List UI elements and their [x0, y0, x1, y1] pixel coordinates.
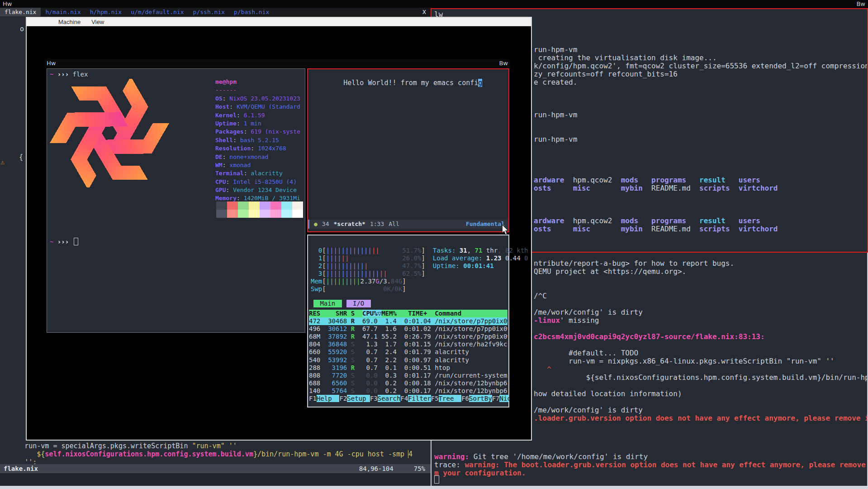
vm-emacs-scratch[interactable]: Hello World!! from my emacs config ● 34 …: [307, 68, 509, 232]
text-line: Kernel: 6.1.59: [215, 111, 300, 120]
htop-tab-io[interactable]: I/O: [346, 300, 371, 307]
text-line: [534, 398, 868, 406]
tab-h-hpm-nix[interactable]: h/hpm.nix: [85, 8, 126, 16]
modeline-number: 34: [322, 220, 329, 229]
text-line: [534, 325, 868, 333]
text-line: [534, 103, 868, 111]
text-line: /^C: [534, 292, 868, 300]
text-line: CPU: Intel i5-8250U (4): [215, 178, 300, 186]
text-line: /me/work/config' is dirty: [534, 308, 868, 316]
host-battery-clock: BwCg w2w: [856, 0, 865, 8]
qemu-menubar: Machine View: [27, 18, 531, 26]
text-line: m your configuration.: [434, 469, 868, 477]
vm-htop-window[interactable]: 0[|||||||||||||| 51.7%] Tasks: 31, 71 th…: [307, 235, 509, 408]
text-line: QEMU project at <https://qemu.org>.: [534, 268, 868, 276]
shell-prompt: ~ ››› flex: [50, 71, 88, 78]
text-line: 68M 37892 R 47.1 55.2 0:26.79 /nix/store…: [309, 333, 508, 340]
text-line: run-hpm-vm: [534, 46, 868, 54]
tab-h-main-nix[interactable]: h/main.nix: [41, 8, 85, 16]
vm-terminal-neofetch[interactable]: ~ ››› flex: [47, 68, 305, 333]
text-line: WM: xmonad: [215, 161, 300, 169]
text-line: Terminal: alacritty: [215, 169, 300, 177]
text-line: -linux' missing: [534, 316, 868, 325]
text-line: ntribute/report-a-bug> for how to report…: [534, 259, 868, 268]
scroll-indicator: All: [389, 220, 399, 229]
palette-swatch: [270, 210, 281, 218]
palette-row: [216, 201, 303, 210]
text-line: ${self.nixosConfigurations.hpm.config.sy…: [0, 450, 413, 458]
host-status-bar: Hw0g|w0g BwCg w2w: [0, 0, 868, 8]
text-line: run-vm = nixpkgs.x86_64-linux.pkgs.write…: [534, 357, 868, 365]
text-line: F1Help F2Setup F3SearchF4FilterF5Tree F6…: [309, 395, 509, 403]
text-line: Mem[|||||||||2.37G/3.84G]: [311, 278, 528, 285]
text-line: how detailed location information): [534, 390, 868, 398]
stray-glyph-brace: {: [19, 153, 23, 161]
text-line: .loader.grub.version option does not hav…: [534, 414, 868, 422]
text-line: 688 6560 S 0.0 0.2 0:00.18 /nix/store/12…: [309, 379, 508, 387]
tab-p-bash-nix[interactable]: p/bash.nix: [229, 8, 274, 16]
emacs-modeline: ● 34 *scratch* 1:33 All Fundamental: [308, 220, 508, 229]
text-line: Host: KVM/QEMU (Standard: [215, 103, 300, 111]
terminal-output-tail: warning: Git tree '/home/me/work/config'…: [434, 453, 868, 477]
buffer-name: *scratch*: [333, 220, 365, 229]
buffer-name: flake.nix: [4, 464, 38, 473]
text-line: 2[||||||||||| 47.7%] Uptime: 00:01:41: [311, 262, 528, 270]
text-line: c2bcsm4xmj0vd0capi9q2yc0yzl87-source/fla…: [534, 333, 868, 341]
text-line: Bw: [499, 59, 508, 67]
emacs-cursor: g: [478, 79, 482, 87]
tab-flake-nix[interactable]: flake.nix: [0, 8, 41, 16]
qemu-vm-window[interactable]: Machine View Hw0g|w0g BwCg w2w ~ ››› fle…: [26, 17, 532, 441]
menu-view[interactable]: View: [91, 19, 104, 25]
text-line: [534, 168, 868, 176]
htop-function-keys[interactable]: F1Help F2Setup F3SearchF4FilterF5Tree F6…: [309, 395, 509, 403]
text-line: [534, 341, 868, 349]
menu-machine[interactable]: Machine: [58, 19, 81, 25]
tab-p-ssh-nix[interactable]: p/ssh.nix: [189, 8, 229, 16]
htop-process-table[interactable]: RES SHR S CPU%▽MEM% TIME+ Command472 304…: [309, 310, 508, 395]
palette-swatch: [238, 210, 249, 218]
palette-swatch: [260, 210, 270, 218]
palette-swatch: [281, 210, 292, 218]
emacs-flake-buffer[interactable]: run-vm = specialArgs.pkgs.writeScriptBin…: [0, 433, 431, 486]
text-line: ardware hpm.qcow2 mods programs result u…: [534, 217, 868, 225]
editor-tab-bar: flake.nixh/main.nixh/hpm.nixu/m/default.…: [0, 8, 431, 16]
major-mode: Fundamental: [466, 220, 505, 229]
text-line: zy_refcounts=off refcount_bits=16: [534, 70, 868, 78]
warning-icon: ⚠: [0, 158, 5, 166]
text-line: ~ ››› flex: [50, 71, 88, 78]
text-line: RES SHR S CPU%▽MEM% TIME+ Command: [309, 310, 508, 317]
palette-swatch: [249, 201, 260, 210]
text-line: Packages: 619 (nix-syste: [215, 128, 300, 136]
text-line: [534, 152, 868, 160]
text-line: 1[|||||| 26.0%] Load average: 1.23 0.44 …: [311, 254, 528, 262]
text-line: run-hpm-vm: [534, 111, 868, 119]
close-icon[interactable]: X: [422, 8, 426, 16]
cursor-position: 1:33: [370, 220, 384, 229]
text-line: Bw: [856, 0, 865, 8]
palette-row: [216, 210, 303, 218]
palette-swatch: [270, 201, 281, 210]
text-line: Resolution: 1024x768: [215, 144, 300, 153]
palette-swatch: [216, 210, 227, 218]
text-line: [534, 382, 868, 390]
mouse-cursor: [501, 225, 509, 237]
text-line: [534, 86, 868, 95]
text-line: ~ ›››: [50, 238, 73, 245]
text-line: 472 30468 R 69.0 1.4 0:01.04 /nix/store/…: [309, 317, 508, 325]
text-line: osts misc mybin README.md scripts virtch…: [534, 225, 868, 233]
text-line: 660 55920 S 0.7 2.4 0:01.79 alacritty: [309, 348, 508, 356]
text-line: Hw: [3, 0, 12, 8]
bottom-window-edge: [0, 486, 868, 489]
text-line: [534, 160, 868, 168]
tab-u-m-default-nix[interactable]: u/m/default.nix: [126, 8, 188, 16]
htop-tab-main[interactable]: Main: [313, 300, 342, 307]
text-line: [534, 192, 868, 201]
text-line: run-hpm-vm: [534, 135, 868, 144]
terminal-output: run-hpm-vm creating the virtualisation d…: [534, 46, 868, 233]
text-line: [534, 127, 868, 135]
cursor-position: 84,96-104: [359, 464, 394, 473]
text-line: ------: [215, 86, 300, 94]
emacs-minibuffer[interactable]: [0, 473, 431, 486]
text-line: 540 53992 S 0.7 2.2 0:00.97 alacritty: [309, 356, 508, 364]
text-line: warning: Git tree '/home/me/work/config'…: [434, 453, 868, 461]
